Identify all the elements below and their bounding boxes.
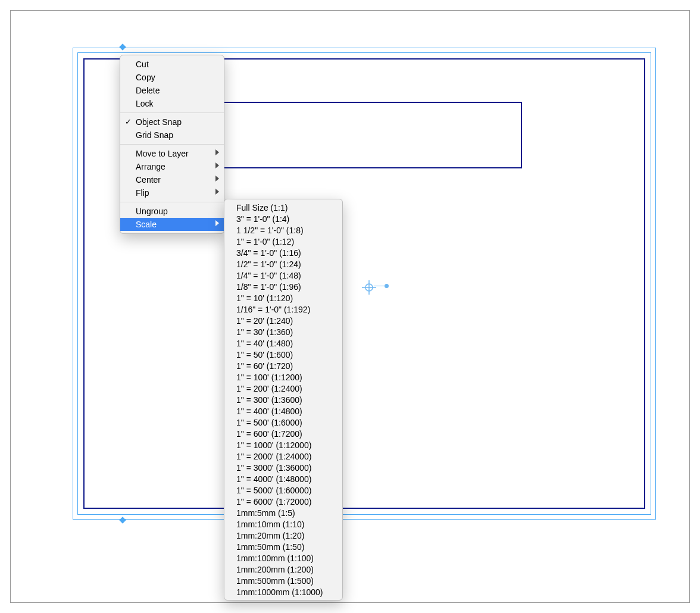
scale-option-1mm-5mm-1-5[interactable]: 1mm:5mm (1:5) bbox=[224, 507, 342, 518]
menu-item-label: 1" = 40' (1:480) bbox=[236, 339, 293, 348]
context-menu[interactable]: CutCopyDeleteLock✓Object SnapGrid SnapMo… bbox=[120, 55, 224, 234]
scale-option-1mm-1000mm-1-1000[interactable]: 1mm:1000mm (1:1000) bbox=[224, 586, 342, 598]
menu-item-label: Flip bbox=[136, 188, 149, 198]
scale-option-full-size-1-1[interactable]: Full Size (1:1) bbox=[224, 202, 342, 213]
scale-option-3-1-0-1-4[interactable]: 3" = 1'-0" (1:4) bbox=[224, 213, 342, 224]
menu-item-label: 1/2" = 1'-0" (1:24) bbox=[236, 259, 301, 269]
menu-item-label: 1" = 1'-0" (1:12) bbox=[236, 237, 294, 246]
scale-option-1-16-1-0-1-192[interactable]: 1/16" = 1'-0" (1:192) bbox=[224, 304, 342, 315]
scale-option-1mm-20mm-1-20[interactable]: 1mm:20mm (1:20) bbox=[224, 530, 342, 541]
scale-option-1-50-1-600[interactable]: 1" = 50' (1:600) bbox=[224, 349, 342, 360]
menu-item-cut[interactable]: Cut bbox=[120, 58, 224, 71]
menu-separator bbox=[120, 202, 224, 202]
scale-option-1mm-10mm-1-10[interactable]: 1mm:10mm (1:10) bbox=[224, 518, 342, 530]
scale-option-1-400-1-4800[interactable]: 1" = 400' (1:4800) bbox=[224, 405, 342, 417]
scale-option-1-8-1-0-1-96[interactable]: 1/8" = 1'-0" (1:96) bbox=[224, 281, 342, 292]
menu-item-label: Object Snap bbox=[136, 117, 182, 127]
scale-option-1-1-2-1-0-1-8[interactable]: 1 1/2" = 1'-0" (1:8) bbox=[224, 224, 342, 236]
menu-item-label: 1mm:500mm (1:500) bbox=[236, 576, 314, 586]
menu-item-label: 1mm:100mm (1:100) bbox=[236, 553, 314, 563]
menu-item-label: Delete bbox=[136, 86, 160, 95]
menu-item-label: 1mm:50mm (1:50) bbox=[236, 542, 304, 552]
scale-option-1-30-1-360[interactable]: 1" = 30' (1:360) bbox=[224, 326, 342, 337]
scale-option-1-1-0-1-12[interactable]: 1" = 1'-0" (1:12) bbox=[224, 236, 342, 247]
menu-item-label: 1" = 400' (1:4800) bbox=[236, 406, 302, 416]
menu-item-label: 1" = 50' (1:600) bbox=[236, 350, 293, 359]
scale-option-1mm-500mm-1-500[interactable]: 1mm:500mm (1:500) bbox=[224, 575, 342, 586]
menu-separator bbox=[120, 144, 224, 145]
menu-item-label: Scale bbox=[136, 220, 157, 229]
origin-connector-line bbox=[374, 286, 386, 286]
menu-item-label: 1" = 4000' (1:48000) bbox=[236, 474, 311, 484]
menu-item-copy[interactable]: Copy bbox=[120, 71, 224, 84]
check-icon: ✓ bbox=[125, 117, 132, 127]
menu-item-object-snap[interactable]: ✓Object Snap bbox=[120, 115, 224, 129]
menu-item-label: 1" = 600' (1:7200) bbox=[236, 429, 302, 439]
menu-item-label: 1" = 2000' (1:24000) bbox=[236, 452, 311, 461]
menu-item-label: 1mm:5mm (1:5) bbox=[236, 508, 295, 518]
menu-item-label: 1" = 3000' (1:36000) bbox=[236, 463, 311, 473]
menu-item-label: Move to Layer bbox=[136, 149, 189, 158]
menu-item-arrange[interactable]: Arrange bbox=[120, 160, 224, 173]
scale-option-1mm-50mm-1-50[interactable]: 1mm:50mm (1:50) bbox=[224, 541, 342, 552]
menu-item-label: 1" = 300' (1:3600) bbox=[236, 395, 302, 405]
scale-option-1-5000-1-60000[interactable]: 1" = 5000' (1:60000) bbox=[224, 484, 342, 496]
scale-option-1mm-200mm-1-200[interactable]: 1mm:200mm (1:200) bbox=[224, 564, 342, 575]
scale-option-1-3000-1-36000[interactable]: 1" = 3000' (1:36000) bbox=[224, 462, 342, 473]
menu-item-label: 1mm:20mm (1:20) bbox=[236, 531, 304, 540]
menu-item-label: Grid Snap bbox=[136, 130, 173, 140]
origin-point-icon bbox=[385, 284, 389, 288]
menu-item-delete[interactable]: Delete bbox=[120, 84, 224, 97]
scale-option-1-4-1-0-1-48[interactable]: 1/4" = 1'-0" (1:48) bbox=[224, 270, 342, 281]
menu-item-label: 1mm:10mm (1:10) bbox=[236, 520, 304, 529]
scale-option-1-100-1-1200[interactable]: 1" = 100' (1:1200) bbox=[224, 371, 342, 383]
menu-item-scale[interactable]: Scale bbox=[120, 218, 224, 231]
menu-item-label: 1 1/2" = 1'-0" (1:8) bbox=[236, 226, 304, 235]
scale-option-1-600-1-7200[interactable]: 1" = 600' (1:7200) bbox=[224, 428, 342, 439]
menu-item-label: 3" = 1'-0" (1:4) bbox=[236, 214, 289, 224]
menu-item-label: 1" = 500' (1:6000) bbox=[236, 418, 302, 427]
menu-item-move-to-layer[interactable]: Move to Layer bbox=[120, 147, 224, 160]
submenu-arrow-icon bbox=[215, 162, 219, 168]
menu-item-grid-snap[interactable]: Grid Snap bbox=[120, 129, 224, 142]
scale-option-1-60-1-720[interactable]: 1" = 60' (1:720) bbox=[224, 360, 342, 371]
scale-option-1-2000-1-24000[interactable]: 1" = 2000' (1:24000) bbox=[224, 451, 342, 462]
menu-item-label: 1" = 1000' (1:12000) bbox=[236, 440, 311, 450]
scale-option-1-500-1-6000[interactable]: 1" = 500' (1:6000) bbox=[224, 417, 342, 428]
menu-item-label: 1" = 30' (1:360) bbox=[236, 327, 293, 337]
scale-option-1-40-1-480[interactable]: 1" = 40' (1:480) bbox=[224, 337, 342, 349]
app-window-frame: CutCopyDeleteLock✓Object SnapGrid SnapMo… bbox=[10, 10, 690, 603]
submenu-arrow-icon bbox=[215, 149, 219, 155]
menu-item-label: 1" = 6000' (1:72000) bbox=[236, 497, 311, 506]
scale-option-3-4-1-0-1-16[interactable]: 3/4" = 1'-0" (1:16) bbox=[224, 247, 342, 258]
scale-option-1-300-1-3600[interactable]: 1" = 300' (1:3600) bbox=[224, 394, 342, 405]
menu-item-label: Full Size (1:1) bbox=[236, 203, 288, 212]
menu-item-label: 3/4" = 1'-0" (1:16) bbox=[236, 248, 301, 258]
submenu-arrow-icon bbox=[215, 176, 219, 182]
scale-option-1-6000-1-72000[interactable]: 1" = 6000' (1:72000) bbox=[224, 496, 342, 507]
drawing-rect-inner[interactable] bbox=[189, 102, 522, 168]
scale-option-1-4000-1-48000[interactable]: 1" = 4000' (1:48000) bbox=[224, 473, 342, 484]
menu-item-center[interactable]: Center bbox=[120, 173, 224, 186]
submenu-arrow-icon bbox=[215, 189, 219, 195]
scale-option-1-200-1-2400[interactable]: 1" = 200' (1:2400) bbox=[224, 383, 342, 394]
scale-option-1mm-100mm-1-100[interactable]: 1mm:100mm (1:100) bbox=[224, 552, 342, 564]
scale-option-1-1000-1-12000[interactable]: 1" = 1000' (1:12000) bbox=[224, 439, 342, 451]
scale-option-1-10-1-120[interactable]: 1" = 10' (1:120) bbox=[224, 292, 342, 304]
menu-item-lock[interactable]: Lock bbox=[120, 97, 224, 110]
menu-item-label: Arrange bbox=[136, 162, 165, 171]
menu-item-label: 1" = 200' (1:2400) bbox=[236, 384, 302, 393]
menu-item-label: Cut bbox=[136, 60, 149, 69]
menu-item-flip[interactable]: Flip bbox=[120, 186, 224, 199]
menu-item-ungroup[interactable]: Ungroup bbox=[120, 205, 224, 218]
submenu-arrow-icon bbox=[215, 220, 219, 226]
scale-option-1-20-1-240[interactable]: 1" = 20' (1:240) bbox=[224, 315, 342, 326]
scale-submenu[interactable]: Full Size (1:1)3" = 1'-0" (1:4)1 1/2" = … bbox=[224, 199, 343, 601]
scale-option-1-2-1-0-1-24[interactable]: 1/2" = 1'-0" (1:24) bbox=[224, 258, 342, 270]
menu-item-label: 1" = 100' (1:1200) bbox=[236, 373, 302, 382]
menu-item-label: Copy bbox=[136, 73, 155, 82]
menu-item-label: 1" = 5000' (1:60000) bbox=[236, 486, 311, 495]
menu-item-label: 1/4" = 1'-0" (1:48) bbox=[236, 271, 301, 280]
menu-separator bbox=[120, 112, 224, 113]
menu-item-label: Center bbox=[136, 175, 161, 184]
